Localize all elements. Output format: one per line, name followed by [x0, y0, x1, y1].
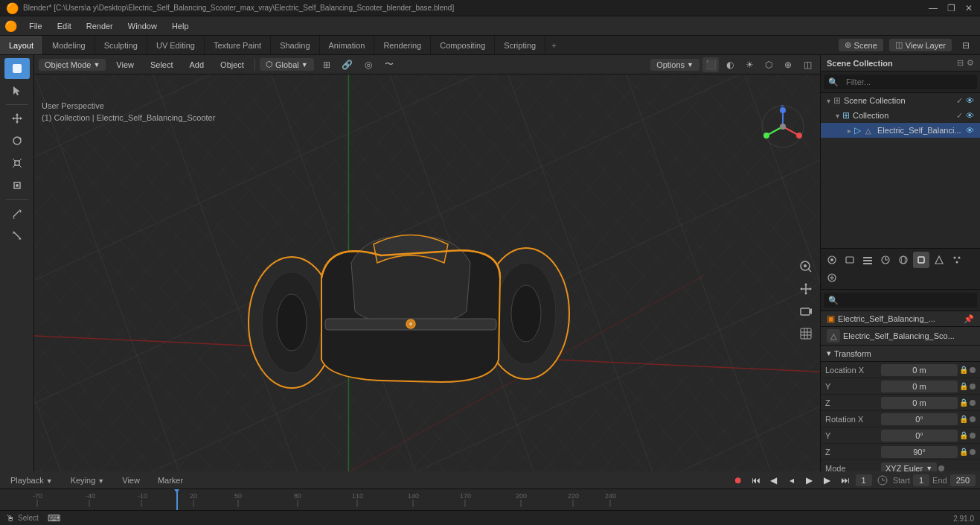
- window-controls[interactable]: — ❐ ✕: [928, 3, 974, 13]
- pivot-button[interactable]: ⊞: [318, 57, 335, 72]
- play-reverse-button[interactable]: ◂: [784, 473, 799, 488]
- location-x-value[interactable]: 0 m: [881, 364, 958, 376]
- lock-rx-icon[interactable]: 🔒: [959, 415, 968, 423]
- viewport-shading-solid[interactable]: ⬛: [702, 57, 719, 72]
- rotation-y-value[interactable]: 0°: [881, 430, 958, 442]
- add-tab-button[interactable]: +: [545, 38, 562, 53]
- add-menu[interactable]: Add: [184, 59, 211, 71]
- visibility-checkbox[interactable]: ✓: [956, 111, 963, 121]
- transform-orientation[interactable]: ⬡ Global ▼: [260, 58, 314, 71]
- view-menu[interactable]: View: [110, 59, 140, 71]
- pin-icon[interactable]: 📌: [964, 314, 974, 324]
- tab-shading[interactable]: Shading: [271, 36, 319, 54]
- step-forward-button[interactable]: ▶: [820, 473, 835, 488]
- tab-scripting[interactable]: Scripting: [495, 36, 545, 54]
- outliner-scene-collection-row[interactable]: ▾ ⊞ Scene Collection ✓ 👁: [821, 93, 980, 108]
- mode-icon-btn[interactable]: [4, 58, 30, 79]
- lock-x-icon[interactable]: 🔒: [959, 366, 968, 374]
- blender-menu-logo[interactable]: 🟠: [4, 20, 17, 32]
- menu-help[interactable]: Help: [166, 20, 195, 32]
- tab-modeling[interactable]: Modeling: [43, 36, 95, 54]
- keyframe-z-dot[interactable]: [970, 400, 976, 406]
- scene-props-icon[interactable]: [877, 252, 894, 268]
- lock-z-icon[interactable]: 🔒: [959, 398, 968, 407]
- properties-search-input[interactable]: [842, 294, 973, 306]
- viewport-shading-material[interactable]: ◐: [722, 57, 738, 72]
- scene-selector[interactable]: ⊕ Scene: [839, 39, 883, 51]
- scale-tool[interactable]: [4, 153, 30, 174]
- filter-icon[interactable]: ⊟: [958, 38, 974, 53]
- viewport-shading-rendered[interactable]: ☀: [741, 57, 758, 72]
- options-button[interactable]: Options ▼: [650, 59, 699, 71]
- tab-texture-paint[interactable]: Texture Paint: [205, 36, 271, 54]
- tab-sculpting[interactable]: Sculpting: [95, 36, 147, 54]
- camera-btn[interactable]: [796, 302, 816, 321]
- object-props-icon[interactable]: [913, 252, 929, 268]
- outliner-object-row[interactable]: ▸ ▷ △ Electric_Self_Balanci... 👁: [821, 123, 980, 138]
- visibility-checkbox[interactable]: ✓: [956, 96, 963, 106]
- falloff-icon[interactable]: 〜: [381, 57, 397, 72]
- lock-y-icon[interactable]: 🔒: [959, 382, 968, 390]
- modifier-props-icon[interactable]: [931, 252, 947, 268]
- jump-end-button[interactable]: ⏭: [838, 473, 853, 488]
- outliner-search-input[interactable]: [842, 76, 973, 88]
- grid-btn[interactable]: [796, 324, 816, 343]
- measure-tool[interactable]: [4, 225, 30, 246]
- play-button[interactable]: ▶: [802, 473, 817, 488]
- cursor-tool[interactable]: [4, 80, 30, 101]
- view-layer-selector[interactable]: ◫ View Layer: [889, 39, 952, 51]
- current-frame-display[interactable]: 1: [856, 474, 872, 486]
- menu-window[interactable]: Window: [122, 20, 163, 32]
- location-y-value[interactable]: 0 m: [881, 381, 958, 392]
- tab-animation[interactable]: Animation: [320, 36, 375, 54]
- render-props-icon[interactable]: [824, 252, 840, 268]
- lock-ry-icon[interactable]: 🔒: [959, 431, 968, 439]
- rotate-tool[interactable]: [4, 130, 30, 151]
- jump-start-button[interactable]: ⏮: [749, 473, 763, 488]
- object-menu[interactable]: Object: [214, 59, 250, 71]
- xray-toggle[interactable]: ◫: [799, 57, 816, 72]
- move-tool[interactable]: [4, 108, 30, 129]
- snap-toggle[interactable]: 🔗: [339, 57, 356, 72]
- maximize-button[interactable]: ❐: [946, 3, 956, 13]
- viewport[interactable]: Object Mode ▼ View Select Add Object ⬡ G…: [34, 55, 820, 525]
- annotate-tool[interactable]: [4, 203, 30, 223]
- keyframe-mode-dot[interactable]: [938, 465, 944, 471]
- filter-icon[interactable]: ⊟: [957, 58, 964, 68]
- step-back-button[interactable]: ◀: [766, 473, 781, 488]
- physics-props-icon[interactable]: [824, 270, 840, 286]
- close-button[interactable]: ✕: [964, 3, 974, 13]
- world-props-icon[interactable]: [895, 252, 912, 268]
- timeline-track[interactable]: -70 -40 -10 20 50 80 110 140 170 200: [0, 489, 980, 510]
- outliner-collection-row[interactable]: ▾ ⊞ Collection ✓ 👁: [821, 108, 980, 123]
- proportional-edit[interactable]: ◎: [360, 57, 377, 72]
- rotation-z-value[interactable]: 90°: [881, 446, 958, 458]
- transform-header[interactable]: ▾ Transform: [821, 346, 980, 362]
- end-frame-input[interactable]: 250: [950, 474, 976, 486]
- menu-edit[interactable]: Edit: [51, 20, 77, 32]
- menu-render[interactable]: Render: [80, 20, 119, 32]
- pan-btn[interactable]: [796, 279, 816, 299]
- particles-props-icon[interactable]: [949, 252, 965, 268]
- viewport-canvas[interactable]: User Perspective (1) Collection | Electr…: [34, 74, 820, 525]
- start-frame-input[interactable]: 1: [913, 474, 929, 486]
- tab-uv-editing[interactable]: UV Editing: [147, 36, 205, 54]
- tab-compositing[interactable]: Compositing: [431, 36, 495, 54]
- timeline-view-btn[interactable]: View: [116, 474, 146, 486]
- keyframe-rz-dot[interactable]: [970, 449, 976, 455]
- object-mode-button[interactable]: Object Mode ▼: [39, 59, 106, 71]
- eye-visibility-icon[interactable]: 👁: [966, 111, 974, 120]
- navigation-gizmo[interactable]: Z X Y: [760, 104, 805, 149]
- viewport-shading-wireframe[interactable]: ⬡: [760, 57, 777, 72]
- select-menu[interactable]: Select: [144, 59, 179, 71]
- eye-visibility-icon[interactable]: 👁: [966, 96, 974, 105]
- keyframe-rx-dot[interactable]: [970, 416, 976, 422]
- location-z-value[interactable]: 0 m: [881, 397, 958, 409]
- keyframe-ry-dot[interactable]: [970, 433, 976, 439]
- lock-rz-icon[interactable]: 🔒: [959, 448, 968, 456]
- output-props-icon[interactable]: [842, 252, 858, 268]
- timeline-marker-btn[interactable]: Marker: [152, 474, 189, 486]
- view-layer-props-icon[interactable]: [859, 252, 876, 268]
- tab-layout[interactable]: Layout: [0, 36, 43, 54]
- keyframe-y-dot[interactable]: [970, 384, 976, 389]
